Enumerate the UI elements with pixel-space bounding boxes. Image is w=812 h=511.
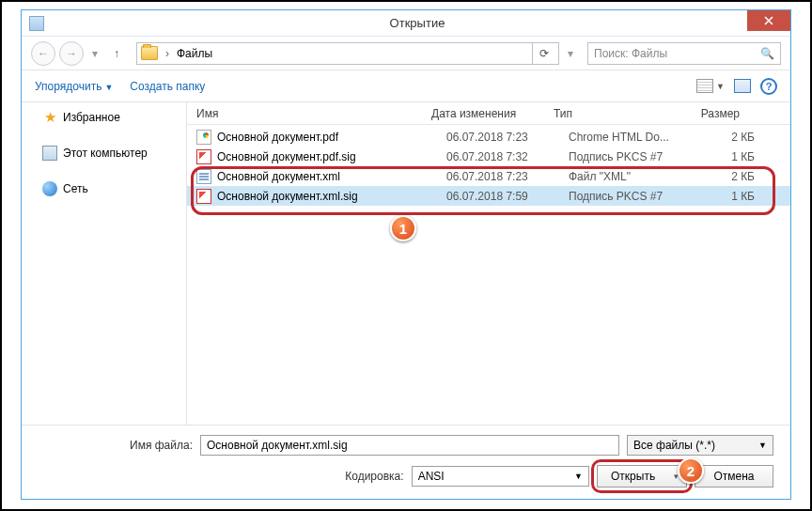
window-title: Открытие [44,16,790,30]
folder-icon [141,46,158,60]
titlebar: Открытие [22,10,790,37]
address-dropdown[interactable]: ▾ [563,43,578,64]
sidebar-item-computer[interactable]: Этот компьютер [22,142,186,164]
file-row[interactable]: Основной документ.pdf06.07.2018 7:23Chro… [187,127,790,147]
up-button[interactable]: ↑ [106,43,127,64]
filename-input[interactable]: Основной документ.xml.sig [200,435,619,456]
col-date[interactable]: Дата изменения [431,107,554,120]
search-placeholder: Поиск: Файлы [594,47,667,60]
col-name[interactable]: Имя [196,107,431,120]
preview-pane-button[interactable] [734,79,751,93]
file-row[interactable]: Основной документ.pdf.sig06.07.2018 7:32… [187,147,790,166]
encoding-select[interactable]: ANSI▼ [412,466,589,487]
file-icon [196,169,211,184]
chevron-icon: › [162,47,173,60]
star-icon: ★ [42,110,57,125]
pc-icon [42,146,57,161]
sidebar-item-network[interactable]: Сеть [22,178,186,200]
address-bar[interactable]: › Файлы ⟳ [136,42,559,65]
file-list: Имя Дата изменения Тип Размер Основной д… [187,102,790,425]
filename-label: Имя файла: [39,439,193,452]
col-size[interactable]: Размер [685,107,751,120]
file-row-selected[interactable]: Основной документ.xml.sig06.07.2018 7:59… [187,186,790,206]
file-row[interactable]: Основной документ.xml06.07.2018 7:23Файл… [187,166,790,186]
footer: Имя файла: Основной документ.xml.sig Все… [22,425,790,499]
organize-menu[interactable]: Упорядочить▼ [35,80,113,93]
file-icon [196,189,211,204]
column-headers: Имя Дата изменения Тип Размер [187,102,790,125]
network-icon [42,181,57,196]
breadcrumb[interactable]: Файлы [177,47,212,60]
file-icon [196,130,211,145]
nav-row: ← → ▾ ↑ › Файлы ⟳ ▾ Поиск: Файлы 🔍 [22,37,790,70]
back-button[interactable]: ← [31,41,55,66]
file-icon [196,149,211,164]
close-button[interactable] [747,10,790,31]
annotation-badge-1: 1 [390,215,416,241]
cancel-button[interactable]: Отмена [695,465,773,488]
sidebar-item-favorites[interactable]: ★Избранное [22,106,186,129]
toolbar: Упорядочить▼ Создать папку ▼ ? [22,70,790,102]
forward-button[interactable]: → [59,41,84,66]
recent-dropdown[interactable]: ▾ [87,43,102,64]
open-button[interactable]: Открыть [597,465,687,488]
col-type[interactable]: Тип [554,107,685,120]
help-button[interactable]: ? [760,78,777,95]
view-mode-button[interactable]: ▼ [696,79,725,93]
open-dialog: Открытие ← → ▾ ↑ › Файлы ⟳ ▾ Поиск: Файл… [21,9,791,500]
search-icon: 🔍 [760,47,774,60]
app-icon [29,16,44,31]
new-folder-button[interactable]: Создать папку [130,80,205,93]
filter-select[interactable]: Все файлы (*.*)▼ [627,435,773,456]
sidebar: ★Избранное Этот компьютер Сеть [22,102,187,425]
refresh-button[interactable]: ⟳ [532,42,554,65]
search-input[interactable]: Поиск: Файлы 🔍 [587,42,781,65]
encoding-label: Кодировка: [39,470,404,483]
annotation-badge-2: 2 [678,457,704,484]
